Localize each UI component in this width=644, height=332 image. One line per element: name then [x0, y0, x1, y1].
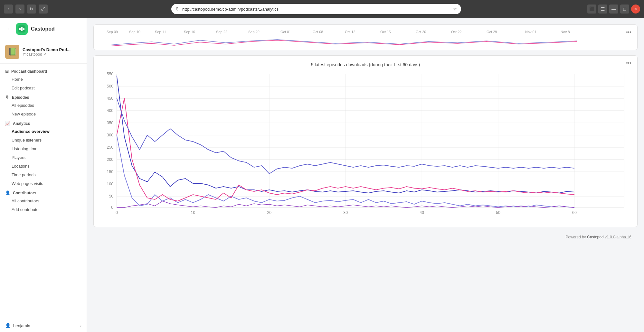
svg-text:60: 60: [572, 210, 577, 215]
svg-text:Nov 01: Nov 01: [525, 30, 536, 34]
svg-text:Sep 10: Sep 10: [129, 30, 140, 34]
dashboard-icon: ⊞: [5, 69, 9, 74]
app-name: Castopod: [31, 26, 55, 32]
episode-chart-svg: 550 500 450 400 350 300 250 200 150 100 …: [100, 72, 631, 220]
analytics-icon: 📈: [5, 121, 10, 126]
svg-text:150: 150: [107, 170, 114, 174]
minimize-button[interactable]: —: [609, 5, 618, 14]
svg-text:50: 50: [496, 210, 500, 215]
chart-menu-button[interactable]: •••: [623, 59, 634, 67]
castopod-link[interactable]: Castopod: [587, 235, 603, 239]
sidebar-item-edit-podcast[interactable]: Edit podcast: [0, 84, 87, 92]
user-info: 👤 benjamin: [5, 323, 30, 328]
sidebar-back-button[interactable]: ←: [5, 25, 13, 33]
svg-text:50: 50: [109, 194, 113, 198]
sidebar-item-locations[interactable]: Locations: [0, 162, 87, 171]
episode-downloads-chart: 5 latest episodes downloads (during thei…: [93, 55, 638, 227]
podcast-details: Castopod's Demo Pod... @castopod ↗: [23, 47, 81, 57]
nav-section-analytics: 📈 Analytics: [0, 118, 87, 127]
sidebar-item-time-periods[interactable]: Time periods: [0, 171, 87, 179]
main-content: ••• Sep 09 Sep 10 Sep 11 Sep 16 Sep 22 S…: [87, 18, 644, 332]
svg-text:0: 0: [116, 210, 118, 215]
sidebar-item-players[interactable]: Players: [0, 153, 87, 162]
sidebar-item-unique-listeners[interactable]: Unique listeners: [0, 136, 87, 144]
svg-text:Oct 22: Oct 22: [451, 30, 461, 34]
browser-right-controls: ⬛ ☰ — □ ✕: [587, 5, 640, 14]
svg-text:Sep 11: Sep 11: [155, 30, 166, 34]
nav-section-episodes: 🎙 Episodes: [0, 92, 87, 101]
svg-text:Oct 20: Oct 20: [416, 30, 426, 34]
back-button[interactable]: ‹: [4, 5, 13, 14]
screenshot-button[interactable]: ⬛: [587, 5, 596, 14]
sidebar-footer: 👤 benjamin ›: [0, 319, 87, 332]
menu-button[interactable]: ☰: [598, 5, 607, 14]
close-button[interactable]: ✕: [631, 5, 640, 14]
url-bar[interactable]: 🎙 http://castopod.demo/cp-admin/podcasts…: [171, 4, 461, 14]
user-icon: 👤: [5, 323, 11, 328]
podcast-thumbnail: 📗: [5, 45, 19, 59]
svg-text:40: 40: [420, 210, 424, 215]
svg-rect-2: [21, 27, 23, 31]
svg-text:10: 10: [191, 210, 195, 215]
url-text: http://castopod.demo/cp-admin/podcasts/1…: [182, 7, 450, 12]
star-icon: ☆: [453, 6, 457, 12]
contributors-icon: 👤: [5, 190, 10, 195]
sidebar-header: ← Castopod: [0, 18, 87, 40]
svg-text:Sep 29: Sep 29: [248, 30, 260, 34]
podcast-name: Castopod's Demo Pod...: [23, 47, 81, 52]
svg-text:30: 30: [343, 210, 348, 215]
nav-section-podcast-dashboard: ⊞ Podcast dashboard: [0, 66, 87, 75]
svg-rect-3: [23, 28, 24, 30]
chart-wrapper: 550 500 450 400 350 300 250 200 150 100 …: [100, 72, 631, 220]
podcast-handle: @castopod ↗: [23, 52, 81, 57]
sidebar: ← Castopod 📗 Castopod's Demo Pod... @cas…: [0, 18, 87, 332]
svg-text:Sep 16: Sep 16: [184, 30, 195, 34]
bookmark-button[interactable]: ☍: [39, 5, 48, 14]
svg-text:500: 500: [107, 84, 114, 88]
svg-text:100: 100: [107, 182, 114, 186]
svg-text:400: 400: [107, 108, 114, 113]
app-logo: [16, 23, 28, 35]
sidebar-nav: ⊞ Podcast dashboard Home Edit podcast 🎙 …: [0, 64, 87, 319]
sidebar-item-home[interactable]: Home: [0, 75, 87, 84]
svg-text:300: 300: [107, 133, 114, 137]
browser-chrome: ‹ › ↻ ☍ 🎙 http://castopod.demo/cp-admin/…: [0, 0, 644, 18]
svg-text:0: 0: [111, 205, 113, 210]
top-chart-partial: ••• Sep 09 Sep 10 Sep 11 Sep 16 Sep 22 S…: [93, 24, 638, 50]
nav-section-contributors: 👤 Contributors: [0, 188, 87, 197]
favicon-icon: 🎙: [175, 7, 180, 11]
podcast-info: 📗 Castopod's Demo Pod... @castopod ↗: [0, 40, 87, 64]
sidebar-item-audience-overview[interactable]: Audience overview: [0, 127, 87, 136]
reload-button[interactable]: ↻: [27, 5, 36, 14]
forward-button[interactable]: ›: [15, 5, 24, 14]
svg-text:250: 250: [107, 145, 114, 150]
sidebar-item-listening-time[interactable]: Listening time: [0, 144, 87, 153]
svg-text:Nov 8: Nov 8: [561, 30, 570, 34]
svg-text:Oct 12: Oct 12: [345, 30, 355, 34]
svg-text:Oct 01: Oct 01: [280, 30, 291, 34]
app-container: ← Castopod 📗 Castopod's Demo Pod... @cas…: [0, 18, 644, 332]
svg-text:550: 550: [107, 72, 114, 76]
svg-rect-1: [19, 28, 21, 30]
top-chart-menu-button[interactable]: •••: [623, 28, 634, 36]
svg-text:Sep 22: Sep 22: [216, 30, 227, 34]
episodes-icon: 🎙: [5, 95, 9, 100]
svg-text:Oct 08: Oct 08: [313, 30, 323, 34]
username: benjamin: [13, 323, 30, 328]
top-chart-partial-svg: Sep 09 Sep 10 Sep 11 Sep 16 Sep 22 Sep 2…: [100, 27, 631, 47]
svg-text:20: 20: [267, 210, 271, 215]
sidebar-item-add-contributor[interactable]: Add contributor: [0, 205, 87, 214]
sidebar-item-web-pages-visits[interactable]: Web pages visits: [0, 179, 87, 188]
svg-text:Oct 29: Oct 29: [487, 30, 497, 34]
sidebar-item-all-episodes[interactable]: All episodes: [0, 101, 87, 110]
svg-text:350: 350: [107, 121, 114, 125]
svg-text:450: 450: [107, 96, 114, 101]
user-chevron-icon: ›: [80, 323, 81, 328]
svg-text:200: 200: [107, 157, 114, 162]
sidebar-item-new-episode[interactable]: New episode: [0, 110, 87, 118]
maximize-button[interactable]: □: [620, 5, 629, 14]
powered-by-footer: Powered by Castopod v1.0.0-alpha.16.: [93, 232, 638, 242]
external-link-icon: ↗: [43, 52, 46, 56]
svg-text:Sep 09: Sep 09: [107, 30, 118, 34]
sidebar-item-all-contributors[interactable]: All contributors: [0, 197, 87, 205]
